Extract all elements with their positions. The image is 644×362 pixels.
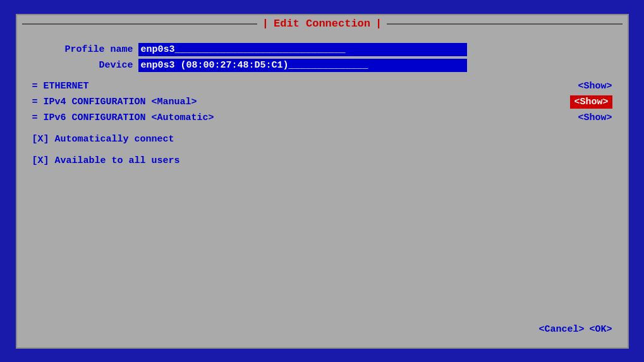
ipv6-label: = IPv6 CONFIGURATION <Automatic>	[32, 112, 578, 123]
device-value[interactable]: enp0s3 (08:00:27:48:D5:C1)______________	[138, 59, 467, 72]
terminal-window: | Edit Connection | Profile name enp0s3_…	[16, 14, 629, 349]
ipv4-show-button[interactable]: <Show>	[570, 95, 612, 109]
ok-button[interactable]: <OK>	[589, 324, 612, 335]
title-pipe-right: |	[375, 18, 382, 30]
ipv4-label: = IPv4 CONFIGURATION <Manual>	[32, 97, 571, 107]
ethernet-label: = ETHERNET	[32, 81, 89, 92]
bottom-buttons: <Cancel> <OK>	[538, 324, 612, 335]
profile-name-label: Profile name	[32, 44, 133, 55]
ethernet-show-button[interactable]: <Show>	[578, 81, 612, 92]
ipv6-section-row: = IPv6 CONFIGURATION <Automatic> <Show>	[32, 112, 612, 123]
device-row: Device enp0s3 (08:00:27:48:D5:C1)_______…	[32, 59, 612, 72]
profile-name-value[interactable]: enp0s3______________________________	[138, 43, 467, 56]
title-bar: | Edit Connection |	[17, 15, 628, 33]
title-bar-line-left	[22, 23, 257, 25]
dialog-title: Edit Connection	[269, 18, 375, 30]
available-users-checkbox[interactable]: [X] Available to all users	[32, 155, 180, 166]
title-pipe-left: |	[262, 18, 269, 30]
title-bar-line-right	[387, 23, 622, 25]
ethernet-section-row: = ETHERNET <Show>	[32, 81, 612, 92]
auto-connect-row: [X] Automatically connect	[32, 133, 612, 145]
dialog-content: Profile name enp0s3_____________________…	[17, 33, 628, 347]
available-users-row: [X] Available to all users	[32, 155, 612, 166]
device-label: Device	[32, 60, 133, 71]
cancel-button[interactable]: <Cancel>	[538, 324, 584, 335]
ipv6-show-button[interactable]: <Show>	[578, 112, 612, 123]
profile-name-row: Profile name enp0s3_____________________…	[32, 43, 612, 56]
auto-connect-checkbox[interactable]: [X] Automatically connect	[32, 134, 174, 145]
ipv4-section-row: = IPv4 CONFIGURATION <Manual> <Show>	[32, 95, 612, 109]
